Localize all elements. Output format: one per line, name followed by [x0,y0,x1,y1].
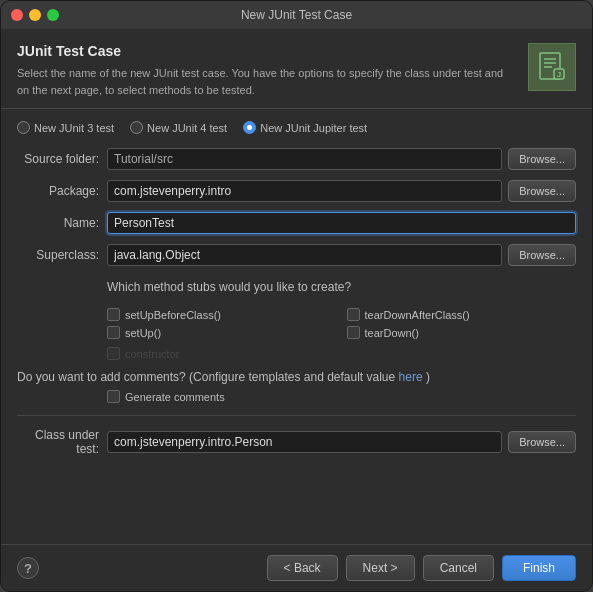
dialog-footer: ? < Back Next > Cancel Finish [1,544,592,591]
checkbox-teardown-after-class[interactable]: tearDownAfterClass() [347,308,577,321]
superclass-browse-button[interactable]: Browse... [508,244,576,266]
radio-junit4-label: New JUnit 4 test [147,122,227,134]
superclass-label: Superclass: [17,248,107,262]
source-folder-row: Source folder: Browse... [17,148,576,170]
generate-comments-checkbox[interactable] [107,390,120,403]
method-stubs-label: Which method stubs would you like to cre… [107,280,351,294]
comments-question-end: ) [426,370,430,384]
comments-question-text: Do you want to add comments? (Configure … [17,370,395,384]
footer-left: ? [17,557,39,579]
checkbox-teardown[interactable]: tearDown() [347,326,577,339]
source-folder-input[interactable] [107,148,502,170]
header-description: Select the name of the new JUnit test ca… [17,65,516,98]
method-stubs-checkboxes: setUpBeforeClass() tearDownAfterClass() … [107,308,576,339]
class-under-test-browse-button[interactable]: Browse... [508,431,576,453]
header-title: JUnit Test Case [17,43,516,59]
radio-junit3-label: New JUnit 3 test [34,122,114,134]
name-input[interactable] [107,212,576,234]
comments-here-link[interactable]: here [399,370,423,384]
back-button[interactable]: < Back [267,555,338,581]
close-button[interactable] [11,9,23,21]
window-title: New JUnit Test Case [241,8,352,22]
cancel-button[interactable]: Cancel [423,555,494,581]
svg-text:J: J [557,70,561,79]
source-folder-browse-button[interactable]: Browse... [508,148,576,170]
header-icon: J [528,43,576,91]
checkbox-setup-box[interactable] [107,326,120,339]
source-folder-label: Source folder: [17,152,107,166]
checkbox-constructor-label: constructor [125,348,179,360]
next-button[interactable]: Next > [346,555,415,581]
checkbox-setup[interactable]: setUp() [107,326,337,339]
footer-right: < Back Next > Cancel Finish [267,555,576,581]
checkbox-constructor: constructor [107,347,576,360]
comments-question: Do you want to add comments? (Configure … [17,370,576,384]
radio-junit3-circle[interactable] [17,121,30,134]
dialog-content: JUnit Test Case Select the name of the n… [1,29,592,591]
checkbox-teardown-label: tearDown() [365,327,419,339]
superclass-row: Superclass: Browse... [17,244,576,266]
dialog-window: New JUnit Test Case JUnit Test Case Sele… [0,0,593,592]
checkbox-setup-before-class-box[interactable] [107,308,120,321]
method-stubs-section: Which method stubs would you like to cre… [17,276,576,302]
radio-junupiter[interactable]: New JUnit Jupiter test [243,121,367,134]
checkbox-teardown-box[interactable] [347,326,360,339]
radio-junit3[interactable]: New JUnit 3 test [17,121,114,134]
superclass-input[interactable] [107,244,502,266]
header-text: JUnit Test Case Select the name of the n… [17,43,516,98]
checkbox-setup-before-class-label: setUpBeforeClass() [125,309,221,321]
checkbox-constructor-box [107,347,120,360]
class-under-test-label: Class under test: [17,428,107,456]
radio-junit4[interactable]: New JUnit 4 test [130,121,227,134]
constructor-row: constructor [107,347,576,360]
dialog-body: New JUnit 3 test New JUnit 4 test New JU… [1,109,592,544]
package-input[interactable] [107,180,502,202]
radio-junit4-circle[interactable] [130,121,143,134]
checkbox-teardown-after-class-label: tearDownAfterClass() [365,309,470,321]
package-browse-button[interactable]: Browse... [508,180,576,202]
header-section: JUnit Test Case Select the name of the n… [1,29,592,109]
generate-comments-row[interactable]: Generate comments [107,390,576,403]
help-button[interactable]: ? [17,557,39,579]
window-controls [11,9,59,21]
titlebar: New JUnit Test Case [1,1,592,29]
maximize-button[interactable] [47,9,59,21]
comments-section: Do you want to add comments? (Configure … [17,370,576,403]
radio-junupiter-label: New JUnit Jupiter test [260,122,367,134]
generate-comments-label: Generate comments [125,391,225,403]
junit-icon: J [536,51,568,83]
radio-junupiter-circle[interactable] [243,121,256,134]
minimize-button[interactable] [29,9,41,21]
name-row: Name: [17,212,576,234]
checkbox-teardown-after-class-box[interactable] [347,308,360,321]
class-under-test-input[interactable] [107,431,502,453]
class-under-test-row: Class under test: Browse... [17,428,576,456]
name-label: Name: [17,216,107,230]
checkbox-setup-label: setUp() [125,327,161,339]
package-label: Package: [17,184,107,198]
divider [17,415,576,416]
checkbox-setup-before-class[interactable]: setUpBeforeClass() [107,308,337,321]
package-row: Package: Browse... [17,180,576,202]
finish-button[interactable]: Finish [502,555,576,581]
junit-version-radio-group: New JUnit 3 test New JUnit 4 test New JU… [17,121,576,134]
